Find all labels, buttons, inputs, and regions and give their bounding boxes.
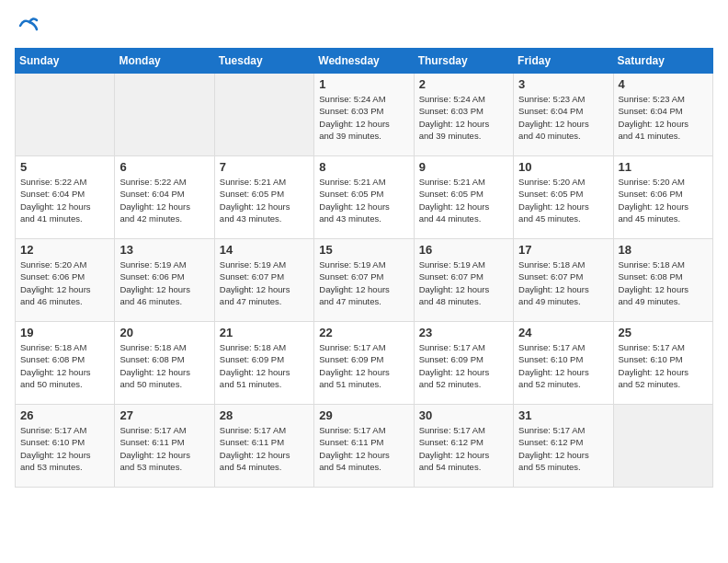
day-header-wednesday: Wednesday (314, 49, 414, 74)
day-info: Sunrise: 5:21 AM Sunset: 6:05 PM Dayligh… (319, 176, 408, 224)
calendar-cell: 28Sunrise: 5:17 AM Sunset: 6:11 PM Dayli… (214, 405, 313, 488)
day-info: Sunrise: 5:17 AM Sunset: 6:10 PM Dayligh… (518, 341, 608, 390)
day-number: 9 (419, 160, 508, 174)
page-header (15, 15, 713, 37)
calendar-cell: 8Sunrise: 5:21 AM Sunset: 6:05 PM Daylig… (314, 156, 414, 239)
day-number: 18 (619, 243, 708, 257)
calendar-cell: 13Sunrise: 5:19 AM Sunset: 6:06 PM Dayli… (115, 239, 214, 322)
calendar-cell: 12Sunrise: 5:20 AM Sunset: 6:06 PM Dayli… (16, 239, 115, 322)
day-info: Sunrise: 5:19 AM Sunset: 6:07 PM Dayligh… (419, 259, 508, 307)
calendar-cell: 10Sunrise: 5:20 AM Sunset: 6:05 PM Dayli… (514, 156, 613, 239)
day-number: 25 (619, 326, 708, 339)
day-info: Sunrise: 5:17 AM Sunset: 6:12 PM Dayligh… (419, 424, 508, 473)
day-number: 22 (319, 326, 408, 339)
day-header-monday: Monday (115, 49, 214, 74)
day-info: Sunrise: 5:17 AM Sunset: 6:10 PM Dayligh… (20, 424, 109, 473)
day-number: 15 (319, 243, 408, 257)
calendar-cell: 29Sunrise: 5:17 AM Sunset: 6:11 PM Dayli… (314, 405, 414, 488)
day-header-friday: Friday (514, 49, 613, 74)
day-info: Sunrise: 5:18 AM Sunset: 6:08 PM Dayligh… (619, 259, 708, 307)
calendar-cell: 1Sunrise: 5:24 AM Sunset: 6:03 PM Daylig… (314, 74, 414, 156)
day-info: Sunrise: 5:19 AM Sunset: 6:07 PM Dayligh… (319, 259, 408, 307)
day-info: Sunrise: 5:19 AM Sunset: 6:07 PM Dayligh… (220, 259, 309, 307)
calendar-cell: 25Sunrise: 5:17 AM Sunset: 6:10 PM Dayli… (613, 322, 712, 405)
day-number: 30 (419, 408, 508, 422)
day-number: 7 (220, 160, 309, 174)
calendar-cell: 14Sunrise: 5:19 AM Sunset: 6:07 PM Dayli… (214, 239, 313, 322)
day-info: Sunrise: 5:18 AM Sunset: 6:08 PM Dayligh… (20, 341, 109, 390)
day-info: Sunrise: 5:21 AM Sunset: 6:05 PM Dayligh… (419, 176, 508, 224)
day-info: Sunrise: 5:20 AM Sunset: 6:05 PM Dayligh… (518, 176, 608, 224)
day-header-saturday: Saturday (613, 49, 712, 74)
calendar-week-row: 1Sunrise: 5:24 AM Sunset: 6:03 PM Daylig… (16, 74, 713, 156)
day-info: Sunrise: 5:17 AM Sunset: 6:10 PM Dayligh… (619, 341, 708, 390)
calendar-cell: 16Sunrise: 5:19 AM Sunset: 6:07 PM Dayli… (414, 239, 513, 322)
day-info: Sunrise: 5:20 AM Sunset: 6:06 PM Dayligh… (20, 259, 109, 307)
day-info: Sunrise: 5:17 AM Sunset: 6:11 PM Dayligh… (220, 424, 309, 473)
calendar-week-row: 19Sunrise: 5:18 AM Sunset: 6:08 PM Dayli… (16, 322, 713, 405)
calendar-cell: 26Sunrise: 5:17 AM Sunset: 6:10 PM Dayli… (16, 405, 115, 488)
day-number: 5 (20, 160, 109, 174)
calendar-cell (115, 74, 214, 156)
calendar-cell: 2Sunrise: 5:24 AM Sunset: 6:03 PM Daylig… (414, 74, 513, 156)
day-number: 13 (119, 243, 209, 257)
day-number: 21 (220, 326, 309, 339)
calendar-cell: 30Sunrise: 5:17 AM Sunset: 6:12 PM Dayli… (414, 405, 513, 488)
calendar-table: SundayMondayTuesdayWednesdayThursdayFrid… (15, 48, 713, 488)
calendar-week-row: 5Sunrise: 5:22 AM Sunset: 6:04 PM Daylig… (16, 156, 713, 239)
day-info: Sunrise: 5:18 AM Sunset: 6:08 PM Dayligh… (119, 341, 209, 390)
day-info: Sunrise: 5:18 AM Sunset: 6:09 PM Dayligh… (220, 341, 309, 390)
day-info: Sunrise: 5:17 AM Sunset: 6:11 PM Dayligh… (119, 424, 209, 473)
day-number: 8 (319, 160, 408, 174)
calendar-cell (613, 405, 712, 488)
calendar-cell: 22Sunrise: 5:17 AM Sunset: 6:09 PM Dayli… (314, 322, 414, 405)
day-number: 3 (518, 77, 608, 91)
calendar-cell: 21Sunrise: 5:18 AM Sunset: 6:09 PM Dayli… (214, 322, 313, 405)
calendar-cell: 3Sunrise: 5:23 AM Sunset: 6:04 PM Daylig… (514, 74, 613, 156)
day-number: 24 (518, 326, 608, 339)
day-number: 28 (220, 408, 309, 422)
calendar-cell: 5Sunrise: 5:22 AM Sunset: 6:04 PM Daylig… (16, 156, 115, 239)
calendar-cell: 24Sunrise: 5:17 AM Sunset: 6:10 PM Dayli… (514, 322, 613, 405)
day-number: 31 (518, 408, 608, 422)
day-number: 4 (619, 77, 708, 91)
day-number: 11 (619, 160, 708, 174)
day-number: 12 (20, 243, 109, 257)
calendar-cell (16, 74, 115, 156)
day-number: 20 (119, 326, 209, 339)
day-number: 2 (419, 77, 508, 91)
day-number: 1 (319, 77, 408, 91)
day-info: Sunrise: 5:21 AM Sunset: 6:05 PM Dayligh… (220, 176, 309, 224)
day-info: Sunrise: 5:22 AM Sunset: 6:04 PM Dayligh… (119, 176, 209, 224)
calendar-cell: 11Sunrise: 5:20 AM Sunset: 6:06 PM Dayli… (613, 156, 712, 239)
day-number: 17 (518, 243, 608, 257)
calendar-cell: 7Sunrise: 5:21 AM Sunset: 6:05 PM Daylig… (214, 156, 313, 239)
day-info: Sunrise: 5:23 AM Sunset: 6:04 PM Dayligh… (619, 93, 708, 142)
calendar-week-row: 12Sunrise: 5:20 AM Sunset: 6:06 PM Dayli… (16, 239, 713, 322)
calendar-header-row: SundayMondayTuesdayWednesdayThursdayFrid… (16, 49, 713, 74)
day-info: Sunrise: 5:22 AM Sunset: 6:04 PM Dayligh… (20, 176, 109, 224)
day-number: 26 (20, 408, 109, 422)
day-info: Sunrise: 5:17 AM Sunset: 6:09 PM Dayligh… (319, 341, 408, 390)
day-header-tuesday: Tuesday (214, 49, 313, 74)
day-info: Sunrise: 5:17 AM Sunset: 6:09 PM Dayligh… (419, 341, 508, 390)
calendar-cell: 27Sunrise: 5:17 AM Sunset: 6:11 PM Dayli… (115, 405, 214, 488)
day-info: Sunrise: 5:17 AM Sunset: 6:11 PM Dayligh… (319, 424, 408, 473)
calendar-cell (214, 74, 313, 156)
day-header-thursday: Thursday (414, 49, 513, 74)
day-number: 16 (419, 243, 508, 257)
day-info: Sunrise: 5:24 AM Sunset: 6:03 PM Dayligh… (319, 93, 408, 142)
calendar-cell: 6Sunrise: 5:22 AM Sunset: 6:04 PM Daylig… (115, 156, 214, 239)
calendar-week-row: 26Sunrise: 5:17 AM Sunset: 6:10 PM Dayli… (16, 405, 713, 488)
calendar-cell: 17Sunrise: 5:18 AM Sunset: 6:07 PM Dayli… (514, 239, 613, 322)
day-info: Sunrise: 5:18 AM Sunset: 6:07 PM Dayligh… (518, 259, 608, 307)
calendar-cell: 18Sunrise: 5:18 AM Sunset: 6:08 PM Dayli… (613, 239, 712, 322)
calendar-cell: 31Sunrise: 5:17 AM Sunset: 6:12 PM Dayli… (514, 405, 613, 488)
day-info: Sunrise: 5:20 AM Sunset: 6:06 PM Dayligh… (619, 176, 708, 224)
calendar-cell: 9Sunrise: 5:21 AM Sunset: 6:05 PM Daylig… (414, 156, 513, 239)
day-number: 29 (319, 408, 408, 422)
day-number: 14 (220, 243, 309, 257)
calendar-cell: 4Sunrise: 5:23 AM Sunset: 6:04 PM Daylig… (613, 74, 712, 156)
day-info: Sunrise: 5:24 AM Sunset: 6:03 PM Dayligh… (419, 93, 508, 142)
calendar-cell: 15Sunrise: 5:19 AM Sunset: 6:07 PM Dayli… (314, 239, 414, 322)
